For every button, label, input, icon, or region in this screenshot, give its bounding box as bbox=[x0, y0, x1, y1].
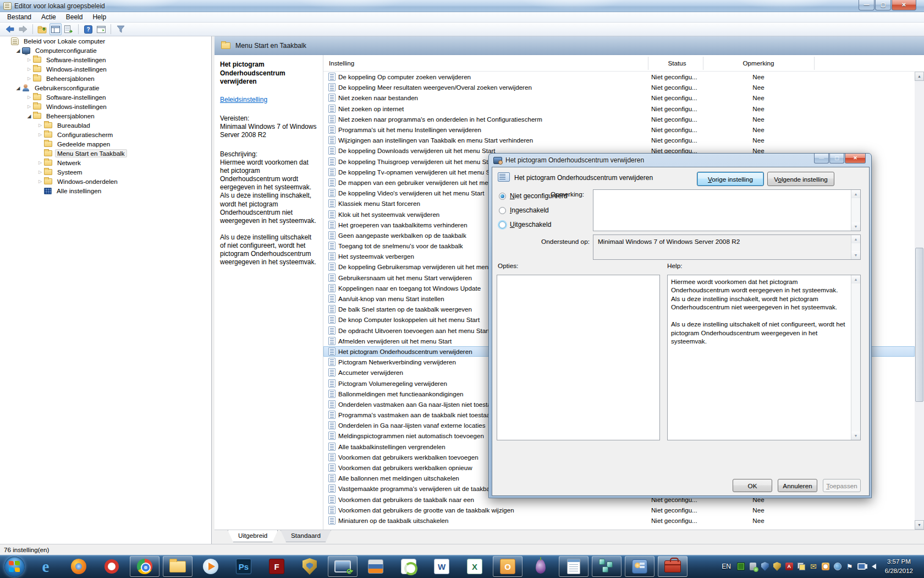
column-divider[interactable] bbox=[648, 57, 648, 70]
expand-icon[interactable]: ▷ bbox=[25, 67, 33, 72]
opera-taskbar-button[interactable] bbox=[97, 556, 127, 577]
column-header-status[interactable]: Status bbox=[651, 59, 703, 67]
flag-icon[interactable]: ⚑ bbox=[845, 562, 854, 571]
dialog-minimize-button[interactable]: — bbox=[814, 154, 829, 163]
setting-row-voorkomen-dat-gebruikers-de-grootte-van-[interactable]: Voorkomen dat gebruikers de grootte van … bbox=[323, 505, 915, 515]
dialog-close-button[interactable]: ✕ bbox=[845, 154, 866, 163]
tree-item-gebruikersconfiguratie[interactable]: ◢Gebruikersconfiguratie bbox=[0, 83, 211, 92]
control-panel-tool-taskbar-button[interactable] bbox=[625, 556, 654, 577]
radio-circle[interactable] bbox=[499, 207, 506, 214]
notepad-taskbar-button[interactable] bbox=[559, 556, 588, 577]
start-button[interactable] bbox=[4, 557, 25, 577]
show-action-pane-button[interactable] bbox=[95, 23, 107, 35]
internet-explorer-taskbar-button[interactable]: e bbox=[31, 556, 61, 577]
setting-row-programma-s-uit-het-menu-instellingen-ve[interactable]: Programma's uit het menu Instellingen ve… bbox=[323, 124, 915, 135]
previous-setting-button[interactable]: Vorige instelling bbox=[697, 172, 764, 186]
help-scrollbar[interactable]: ▲ ▼ bbox=[851, 275, 860, 440]
radio-ingeschakeld[interactable]: Ingeschakeld bbox=[499, 206, 549, 215]
policy-setting-link[interactable]: Beleidsinstelling bbox=[220, 96, 267, 103]
expand-icon[interactable]: ▷ bbox=[36, 132, 44, 137]
word-taskbar-button[interactable]: W bbox=[427, 556, 457, 577]
maximize-button[interactable]: ▢ bbox=[875, 0, 891, 10]
tree-item-software-instellingen[interactable]: ▷Software-instellingen bbox=[0, 55, 211, 64]
tree-item-gedeelde-mappen[interactable]: Gedeelde mappen bbox=[0, 139, 211, 149]
column-divider[interactable] bbox=[703, 57, 703, 70]
comment-scrollbar[interactable]: ▲ ▼ bbox=[851, 190, 860, 231]
expand-icon[interactable]: ▷ bbox=[25, 95, 33, 100]
security-shield-taskbar-button[interactable] bbox=[295, 556, 324, 577]
tree-item-beheersjablonen[interactable]: ◢Beheersjablonen bbox=[0, 111, 211, 121]
supported-scrollbar[interactable]: ▲ ▼ bbox=[851, 235, 860, 259]
scroll-down-arrow[interactable]: ▼ bbox=[851, 251, 860, 259]
column-header-opmerking[interactable]: Opmerking bbox=[703, 59, 814, 67]
column-header-instelling[interactable]: Instelling bbox=[329, 59, 354, 67]
windows-explorer-taskbar-button[interactable] bbox=[163, 556, 193, 577]
filter-button[interactable] bbox=[114, 23, 127, 35]
security-tool-icon[interactable]: A bbox=[785, 562, 794, 571]
setting-row-niet-zoeken-op-internet[interactable]: Niet zoeken op internetNiet geconfigu...… bbox=[323, 103, 915, 114]
menu-actie[interactable]: Actie bbox=[36, 12, 61, 22]
export-list-button[interactable] bbox=[63, 23, 75, 35]
expression-taskbar-button[interactable] bbox=[394, 556, 424, 577]
tree-item-configuratiescherm[interactable]: ▷Configuratiescherm bbox=[0, 130, 211, 139]
tree-item-windows-instellingen[interactable]: ▷Windows-instellingen bbox=[0, 64, 211, 74]
apply-button[interactable]: Toepassen bbox=[823, 479, 861, 492]
excel-taskbar-button[interactable]: X bbox=[460, 556, 490, 577]
shield-gold-icon[interactable] bbox=[773, 562, 782, 571]
help-panel[interactable]: Hiermee wordt voorkomen dat het pictogra… bbox=[667, 275, 861, 440]
setting-row-niet-zoeken-naar-programma-s-en-onderdel[interactable]: Niet zoeken naar programma's en onderdel… bbox=[323, 114, 915, 124]
remote-desktop-taskbar-button[interactable] bbox=[328, 556, 358, 577]
menu-beeld[interactable]: Beeld bbox=[61, 12, 88, 22]
media-player-taskbar-button[interactable] bbox=[196, 556, 226, 577]
mail-icon[interactable]: ✉ bbox=[809, 562, 818, 571]
reminder-clock-icon[interactable] bbox=[821, 562, 830, 571]
tree-item-alle-instellingen[interactable]: Alle instellingen bbox=[0, 186, 211, 195]
menu-bestand[interactable]: Bestand bbox=[2, 12, 36, 22]
tree-item-windows-onderdelen[interactable]: ▷Windows-onderdelen bbox=[0, 177, 211, 186]
up-one-level-button[interactable] bbox=[36, 23, 48, 35]
collapse-icon[interactable]: ◢ bbox=[25, 113, 33, 119]
minimize-button[interactable]: — bbox=[859, 0, 875, 10]
setting-row-de-koppeling-op-computer-zoeken-verwijde[interactable]: De koppeling Op computer zoeken verwijde… bbox=[323, 72, 915, 82]
outlook-taskbar-button[interactable]: O bbox=[493, 556, 522, 577]
comment-textarea[interactable]: ▲ ▼ bbox=[593, 189, 861, 231]
tree-item-windows-instellingen[interactable]: ▷Windows-instellingen bbox=[0, 102, 211, 111]
setting-row-wijzigingen-aan-instellingen-van-taakbal[interactable]: Wijzigingen aan instellingen van Taakbal… bbox=[323, 135, 915, 145]
vmware-taskbar-button[interactable] bbox=[361, 556, 391, 577]
tree-item-systeem[interactable]: ▷Systeem bbox=[0, 167, 211, 177]
scroll-up-arrow[interactable]: ▲ bbox=[851, 235, 860, 243]
tree-item-netwerk[interactable]: ▷Netwerk bbox=[0, 158, 211, 167]
scroll-thumb[interactable] bbox=[915, 248, 923, 402]
tree-item-beheersjablonen[interactable]: ▷Beheersjablonen bbox=[0, 74, 211, 83]
tree-item-software-instellingen[interactable]: ▷Software-instellingen bbox=[0, 92, 211, 102]
filezilla-taskbar-button[interactable]: F bbox=[262, 556, 292, 577]
dialog-maximize-button[interactable]: ▢ bbox=[829, 154, 844, 163]
tree-item-bureaublad[interactable]: ▷Bureaublad bbox=[0, 121, 211, 130]
expand-icon[interactable]: ▷ bbox=[25, 76, 33, 81]
network-globe-icon[interactable] bbox=[833, 562, 842, 571]
expand-icon[interactable]: ▷ bbox=[36, 160, 44, 165]
language-indicator[interactable]: EN bbox=[719, 563, 733, 570]
photoshop-taskbar-button[interactable]: Ps bbox=[229, 556, 258, 577]
help-button[interactable]: ? bbox=[82, 23, 94, 35]
expand-icon[interactable]: ▷ bbox=[36, 179, 44, 184]
tree-item-menu-start-en-taakbalk[interactable]: Menu Start en Taakbalk bbox=[0, 149, 211, 158]
collapse-icon[interactable]: ◢ bbox=[14, 85, 22, 91]
tree-item-computerconfiguratie[interactable]: ◢Computerconfiguratie bbox=[0, 46, 211, 55]
tab-standaard[interactable]: Standaard bbox=[280, 530, 331, 542]
scroll-down-arrow[interactable]: ▼ bbox=[851, 432, 860, 440]
ok-button[interactable]: OK bbox=[733, 479, 772, 492]
scroll-up-arrow[interactable]: ▲ bbox=[915, 72, 924, 81]
column-divider[interactable] bbox=[814, 57, 815, 70]
close-button[interactable]: ✕ bbox=[892, 0, 916, 10]
tree-item-beleid-voor-lokale-computer[interactable]: Beleid voor Lokale computer bbox=[0, 36, 211, 46]
registry-tool-taskbar-button[interactable] bbox=[592, 556, 622, 577]
scroll-down-arrow[interactable]: ▼ bbox=[851, 222, 860, 231]
expand-icon[interactable]: ▷ bbox=[25, 57, 33, 62]
shield-blue-icon[interactable] bbox=[761, 562, 769, 571]
network-activity-icon[interactable] bbox=[736, 562, 745, 571]
radio-circle[interactable] bbox=[499, 193, 506, 200]
window-stack-icon[interactable] bbox=[797, 562, 806, 571]
toolbox-taskbar-button[interactable] bbox=[658, 556, 688, 577]
collapse-icon[interactable]: ◢ bbox=[14, 48, 22, 53]
